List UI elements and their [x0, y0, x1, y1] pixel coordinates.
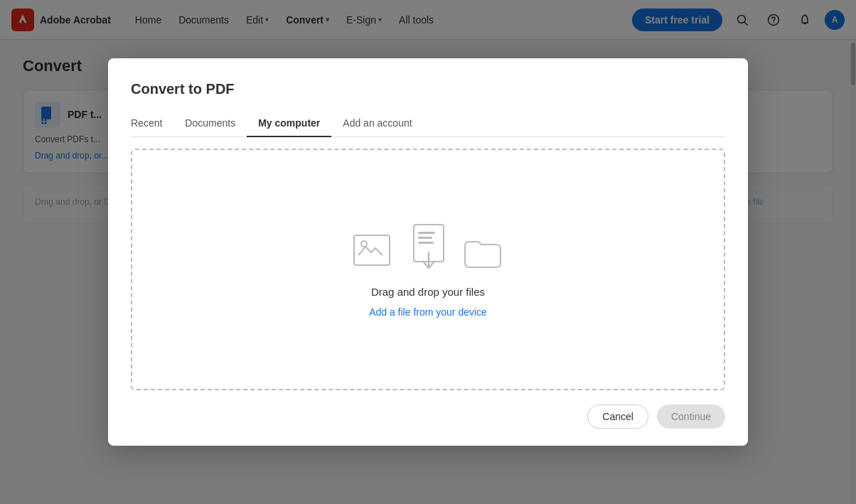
tab-add-account[interactable]: Add an account: [331, 112, 423, 137]
continue-button[interactable]: Continue: [657, 404, 725, 429]
drop-zone-main-text: Drag and drop your files: [371, 286, 485, 298]
modal-overlay: Convert to PDF Recent Documents My compu…: [0, 0, 856, 504]
svg-rect-24: [418, 242, 434, 244]
svg-rect-19: [354, 235, 390, 265]
svg-rect-22: [418, 232, 435, 234]
drop-zone-icons: [353, 221, 504, 274]
document-download-icon: [405, 221, 459, 274]
tab-recent[interactable]: Recent: [131, 112, 173, 137]
image-file-icon: [353, 228, 402, 274]
tab-documents[interactable]: Documents: [173, 112, 247, 137]
drop-zone[interactable]: Drag and drop your files Add a file from…: [131, 149, 725, 390]
cancel-button[interactable]: Cancel: [587, 404, 648, 429]
modal-footer: Cancel Continue: [131, 404, 725, 429]
modal-dialog: Convert to PDF Recent Documents My compu…: [108, 58, 748, 446]
modal-tabs: Recent Documents My computer Add an acco…: [131, 112, 725, 137]
modal-title: Convert to PDF: [131, 81, 725, 97]
folder-icon: [461, 232, 504, 274]
svg-rect-23: [418, 237, 432, 239]
add-file-link[interactable]: Add a file from your device: [369, 306, 487, 318]
tab-my-computer[interactable]: My computer: [247, 112, 331, 137]
